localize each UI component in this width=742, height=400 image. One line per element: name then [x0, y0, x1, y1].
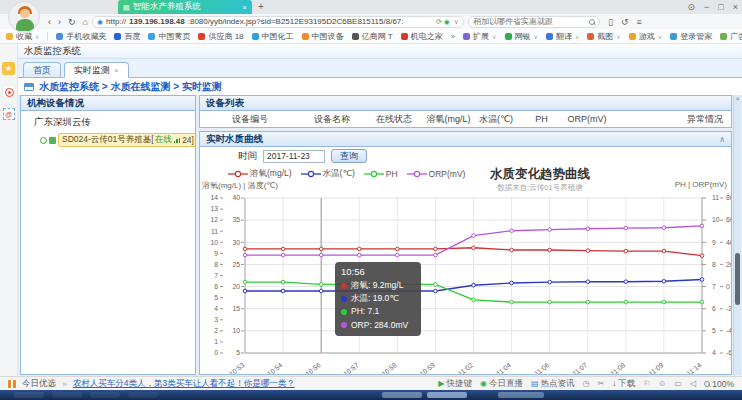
news-link[interactable]: 农村人买车分4类人，第3类买车让人看不起！你是哪一类？ [73, 378, 295, 390]
taskbar-button[interactable] [382, 392, 422, 398]
legend-item[interactable]: PH [364, 169, 398, 179]
mention-icon[interactable]: @ [3, 108, 15, 120]
live-icon[interactable]: ◉ [480, 379, 487, 388]
bookmark-item[interactable]: 百度 [114, 31, 140, 42]
window-icon[interactable]: ▭ [675, 379, 683, 388]
bookmark-item[interactable]: 网银∨ [505, 31, 538, 42]
url-field[interactable]: ◉ http://139.196.198.48:8080/yyb/index.j… [92, 16, 464, 28]
taskbar-button[interactable] [14, 392, 44, 398]
device-label[interactable]: SD024-云传01号养殖基[在线24] [58, 133, 196, 147]
maximize-icon[interactable]: □ [718, 2, 723, 12]
gift-icon [8, 380, 16, 388]
bookmark-item[interactable]: 游戏∨ [629, 31, 662, 42]
browser-tab[interactable]: ▤ 智能水产养殖系统 × [118, 0, 252, 14]
tooltip-row: 溶氧: 9.2mg/L [341, 279, 415, 292]
news-icon[interactable]: ▤ [531, 379, 539, 388]
refresh-icon[interactable]: ↻ [68, 17, 76, 27]
dropdown-icon[interactable]: ∨ [454, 18, 459, 26]
bookmark-item[interactable]: 截图∨ [587, 31, 620, 42]
status-tool-window[interactable]: ▭ [675, 379, 683, 388]
zoom-icon[interactable] [704, 381, 710, 387]
tab-close-icon[interactable]: × [242, 3, 247, 12]
chevron-down-icon[interactable]: ∨ [575, 33, 579, 40]
collapse-icon[interactable]: ∧ [719, 135, 725, 144]
bookmarks-overflow-icon[interactable]: » [451, 32, 455, 41]
home-icon[interactable]: ⌂ [83, 17, 88, 27]
chevron-down-icon[interactable]: ∨ [658, 33, 662, 40]
bookmark-favicon-icon [463, 33, 470, 40]
device-list-panel: 设备列表 设备编号设备名称在线状态溶氧(mg/L)水温(℃)PHORP(mV)异… [199, 95, 732, 128]
scissors-icon[interactable]: ✂ [597, 379, 604, 388]
bookmark-item[interactable]: 机电之家 [401, 31, 443, 42]
user-avatar[interactable] [8, 1, 40, 33]
forward-icon[interactable]: › [58, 17, 61, 27]
smiley-icon[interactable]: ☺ [658, 379, 666, 388]
chevron-down-icon[interactable]: ∨ [534, 33, 538, 40]
bookmark-item[interactable]: 亿商网 T [352, 31, 393, 42]
play-icon[interactable]: ▶ [438, 379, 444, 388]
status-tool-speaker[interactable]: ◁ [690, 379, 696, 388]
tree-device-node[interactable]: SD024-云传01号养殖基[在线24] [40, 133, 192, 147]
search-icon[interactable] [589, 19, 595, 25]
chevron-down-icon[interactable]: ∨ [35, 33, 39, 40]
search-input[interactable] [473, 17, 589, 26]
status-tool-live[interactable]: ◉今日直播 [480, 378, 523, 390]
daily-pick-label[interactable]: 今日优选 [22, 378, 56, 390]
status-tool-zoom[interactable]: 100% [704, 379, 734, 389]
bookmark-item[interactable]: 中国黄页 [148, 31, 190, 42]
reload-icon[interactable]: ⟳ [436, 18, 442, 26]
query-button[interactable]: 查询 [331, 149, 367, 163]
phone-icon[interactable]: ▯ [608, 17, 613, 27]
skin-icon[interactable]: ⊙ [687, 2, 695, 12]
scrollbar-thumb[interactable] [735, 253, 740, 305]
legend-marker-icon [364, 170, 384, 178]
bookmark-label: 翻译 [556, 31, 572, 42]
search-box[interactable] [468, 16, 600, 28]
bookmark-item[interactable]: 中国化工 [252, 31, 294, 42]
bookmark-item[interactable]: 中国设备 [302, 31, 344, 42]
back-icon[interactable]: ‹ [48, 17, 51, 27]
new-tab-button[interactable]: + [258, 1, 264, 12]
speaker-icon[interactable]: ◁ [690, 379, 696, 388]
safe-icon[interactable]: ◉ [444, 18, 450, 26]
status-tool-download[interactable]: ↓下载 [612, 378, 635, 390]
svg-text:11:06: 11:06 [533, 361, 550, 374]
close-icon[interactable]: × [733, 2, 738, 12]
date-input[interactable] [263, 150, 325, 163]
tab-home[interactable]: 首页 [23, 62, 61, 77]
taskbar-button[interactable] [90, 392, 120, 398]
status-tool-smiley[interactable]: ☺ [658, 379, 666, 388]
page-favicon-icon: ▤ [123, 4, 130, 11]
bookmark-item[interactable]: 登录管家 [670, 31, 712, 42]
weibo-icon[interactable] [2, 85, 15, 98]
status-tool-news[interactable]: ▤热点资讯 [531, 378, 575, 390]
status-tool-flag[interactable]: ⚐ [643, 379, 650, 388]
bookmark-item[interactable]: 广告过滤 [720, 31, 742, 42]
favorites-star-icon[interactable]: ★ [2, 62, 15, 75]
status-tool-scissors[interactable]: ✂ [597, 379, 604, 388]
tab-realtime-monitor[interactable]: 实时监测 × [64, 62, 129, 78]
bookmark-item[interactable]: 翻译∨ [546, 31, 579, 42]
download-icon[interactable]: ↓ [612, 379, 616, 388]
chevron-down-icon[interactable]: ∨ [492, 33, 496, 40]
status-tool-clock[interactable]: ◷ [583, 379, 590, 388]
clock-icon[interactable]: ◷ [583, 379, 590, 388]
minimize-icon[interactable]: − [704, 2, 709, 12]
bookmark-item[interactable]: 供应商 18 [198, 31, 243, 42]
status-tool-play[interactable]: ▶快捷键 [438, 378, 472, 390]
tree-root-node[interactable]: 广东深圳云传 [24, 116, 192, 129]
bookmark-item[interactable]: 扩展∨ [463, 31, 496, 42]
legend-item[interactable]: 水温(℃) [301, 168, 355, 180]
legend-item[interactable]: 溶氧(mg/L) [228, 168, 292, 180]
menu-icon[interactable]: ≡ [636, 17, 641, 27]
taskbar-button[interactable] [427, 392, 467, 398]
chevron-down-icon[interactable]: ∨ [616, 33, 620, 40]
taskbar-button[interactable] [128, 392, 158, 398]
taskbar-button[interactable] [52, 392, 82, 398]
vertical-scrollbar[interactable]: ▲ [733, 95, 741, 375]
taskbar-button[interactable] [498, 392, 544, 398]
history-icon[interactable]: ↺ [621, 17, 629, 27]
bookmark-item[interactable]: 手机收藏夹 [56, 31, 106, 42]
flag-icon[interactable]: ⚐ [643, 379, 650, 388]
tab-close-icon[interactable]: × [114, 66, 119, 75]
